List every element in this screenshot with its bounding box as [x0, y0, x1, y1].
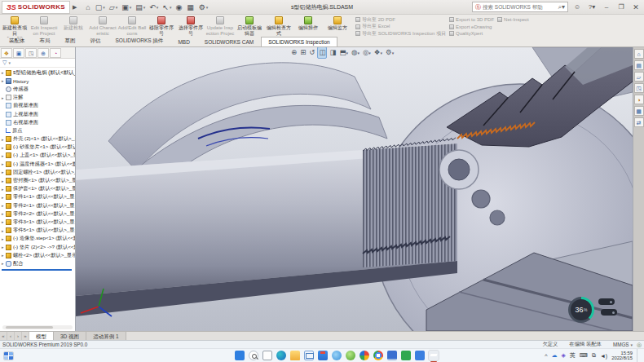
ribbon-tab[interactable]: MBD: [170, 37, 196, 46]
status-tag-icon[interactable]: ◎: [637, 342, 642, 348]
graphics-viewport[interactable]: ⊕ ⊞ ↺ ◫ ◨ ⬒▾ ◍▾ ◎▾ ❖▾ ⚙▾: [76, 47, 633, 331]
taskbar-app[interactable]: [373, 351, 383, 360]
ribbon-button[interactable]: 新建检核: [59, 15, 88, 38]
qat-button[interactable]: ◉: [174, 1, 184, 13]
view-tool-button[interactable]: ⊕: [290, 47, 298, 58]
tree-item[interactable]: 原点: [0, 126, 75, 135]
taskbar-app[interactable]: [304, 351, 314, 360]
export-menu-item[interactable]: Export eDrawing: [449, 24, 494, 31]
view-tool-button[interactable]: ❖▾: [373, 47, 383, 58]
ribbon-tab[interactable]: 评估: [83, 35, 108, 46]
feature-manager-tab[interactable]: ◳: [25, 48, 37, 58]
rollback-bar[interactable]: [2, 269, 72, 271]
tray-icon[interactable]: ⧉: [592, 352, 596, 359]
tray-icon[interactable]: ^: [545, 353, 547, 359]
document-tab[interactable]: 模型: [29, 332, 54, 340]
tree-item[interactable]: (-) 砂浆垫片<1> (默认<<默认>_显: [0, 143, 75, 152]
task-pane-button[interactable]: ◳: [634, 83, 644, 93]
export-menu-item[interactable]: 导出至 Excel: [355, 24, 446, 31]
tray-icon[interactable]: ⌨: [580, 352, 588, 359]
restore-button[interactable]: ❐: [615, 2, 627, 13]
tree-item[interactable]: 螺栓<2> (默认<<默认>_显示状态: [0, 251, 75, 259]
view-tool-button[interactable]: ⊞: [299, 47, 307, 58]
export-menu-item[interactable]: 导出至 SOLIDWORKS Inspection 项目: [355, 30, 446, 38]
widgets-button[interactable]: [3, 351, 14, 360]
tree-item[interactable]: (-) 温度传感器<1> (默认<<默认>_: [0, 160, 75, 168]
tray-icon[interactable]: ◄): [600, 353, 607, 359]
taskbar-app[interactable]: [249, 351, 258, 360]
tree-item[interactable]: 上视基准面: [0, 110, 75, 118]
tree-item[interactable]: 零件2<1> (默认<<默认>_显示状态: [0, 201, 75, 210]
tray-icon[interactable]: ☁: [551, 352, 557, 359]
tab-nav-button[interactable]: «: [0, 332, 7, 340]
ribbon-button[interactable]: 编辑操作: [293, 15, 323, 38]
task-pane-button[interactable]: ⌂: [634, 49, 644, 59]
tree-item[interactable]: 外壳 (2)<1> (默认<<默认>_显示状: [0, 135, 75, 143]
ribbon-tab[interactable]: SOLIDWORKS 插件: [108, 35, 171, 46]
tree-item[interactable]: 前视基准面: [0, 102, 75, 110]
view-tool-button[interactable]: ◫: [317, 47, 327, 59]
taskbar-app[interactable]: [415, 351, 425, 360]
tree-item[interactable]: 零件2<2> (默认<<默认>_显示状态: [0, 210, 75, 218]
taskbar-app[interactable]: [429, 351, 439, 360]
taskbar-app[interactable]: [318, 351, 328, 360]
show-desktop-button[interactable]: [637, 349, 639, 362]
qat-button[interactable]: ↶▾: [148, 1, 160, 13]
qat-button[interactable]: ▱▾: [108, 1, 119, 13]
view-tool-button[interactable]: ⚙▾: [385, 47, 395, 58]
task-pane-button[interactable]: ▱: [634, 72, 644, 82]
document-tab[interactable]: 运动算例 1: [86, 332, 126, 340]
taskbar-app[interactable]: [346, 351, 355, 360]
taskbar-app[interactable]: [276, 351, 286, 360]
view-tool-button[interactable]: ◨: [329, 47, 337, 58]
close-button[interactable]: ✕: [630, 2, 642, 13]
taskbar-app[interactable]: [332, 351, 342, 360]
feature-manager-tab[interactable]: ◔: [50, 48, 61, 58]
tab-nav-button[interactable]: ‹: [7, 332, 15, 340]
view-tool-button[interactable]: ⬒▾: [338, 47, 349, 58]
ribbon-tab[interactable]: SOLIDWORKS Inspection: [261, 37, 337, 46]
tree-horizontal-scrollbar[interactable]: [2, 325, 73, 329]
taskbar-app[interactable]: [387, 351, 397, 360]
qat-button[interactable]: ▦: [185, 1, 196, 13]
tree-item[interactable]: 零件5<1> (默认<<默认>_显示状态: [0, 227, 75, 235]
tree-item[interactable]: 注解: [0, 94, 75, 102]
export-menu-item[interactable]: QualityXpert: [449, 30, 494, 38]
document-tab[interactable]: 3D 视图: [54, 332, 86, 340]
battery-level-badge[interactable]: 36%: [568, 297, 594, 323]
menu-flyout-icon[interactable]: ▶: [73, 4, 77, 11]
qat-button[interactable]: ▣▾: [120, 1, 133, 13]
task-pane-button[interactable]: ⇄: [634, 117, 644, 127]
task-pane-button[interactable]: ▤: [634, 60, 644, 70]
search-input[interactable]: [483, 4, 558, 10]
tree-item[interactable]: (-) 造像垫.step<1> (默认<<默认>: [0, 235, 75, 243]
qat-button[interactable]: ↖▾: [161, 1, 173, 13]
tree-item[interactable]: History: [0, 77, 75, 85]
taskbar-app[interactable]: [262, 351, 272, 360]
tree-item[interactable]: 右视基准面: [0, 118, 75, 126]
help-button[interactable]: ?▾: [586, 2, 598, 13]
export-menu-item[interactable]: 导出至 2D PDF: [355, 16, 446, 24]
task-pane-button[interactable]: ◑: [634, 95, 644, 104]
ribbon-button[interactable]: Edit Inspection Project: [29, 15, 59, 38]
tree-item[interactable]: 固定螺栓<1> (默认<<默认>_显示状: [0, 168, 75, 176]
scrollbar-thumb[interactable]: [6, 326, 53, 329]
tab-nav-button[interactable]: ›: [15, 332, 22, 340]
ribbon-button[interactable]: 启动模板编辑器: [235, 15, 264, 38]
feature-manager-tab[interactable]: ▣: [13, 48, 24, 58]
tree-item[interactable]: 配合: [0, 259, 75, 267]
taskbar-app[interactable]: [235, 351, 245, 360]
tree-item[interactable]: 密封圈<1> (默认<<默认>_显示状: [0, 176, 75, 184]
tree-item[interactable]: 传感器: [0, 85, 75, 93]
feature-manager-tab[interactable]: ❖: [1, 48, 12, 58]
qat-button[interactable]: ⚙▾: [197, 1, 210, 13]
ribbon-button[interactable]: Add/Edit Balloons: [117, 15, 147, 38]
ribbon-button[interactable]: 移除零件序号: [147, 15, 176, 38]
ribbon-tab[interactable]: 布局: [33, 35, 58, 46]
ribbon-button[interactable]: Update Inspection Project: [205, 15, 235, 38]
view-tool-button[interactable]: ◎▾: [362, 47, 372, 58]
tree-item[interactable]: 零件1<1> (默认<<默认>_显示状态: [0, 193, 75, 201]
tray-icon[interactable]: ◈: [561, 352, 565, 359]
taskbar-app[interactable]: [359, 351, 369, 360]
qat-button[interactable]: ▢▾: [94, 1, 107, 13]
